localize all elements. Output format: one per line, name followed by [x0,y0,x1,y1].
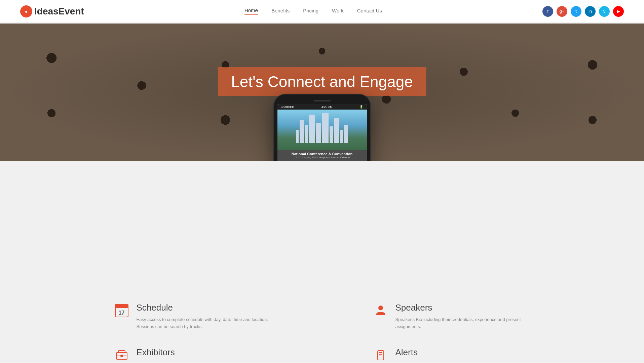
phone-mockup: CARRIER 4:20 AM 🔋 [273,94,371,161]
social-icons-bar: f g+ t in v ▶ [542,6,624,17]
facebook-icon[interactable]: f [542,6,553,17]
features-left: Schedule Easy access to complete schedul… [114,302,272,363]
nav-pricing[interactable]: Pricing [303,8,318,15]
feature-speakers: Speakers Speaker's Bio including their c… [373,302,531,330]
hero-title: Let's Connect and Engage [231,73,413,91]
nav-benefits[interactable]: Benefits [271,8,290,15]
phone-speaker [314,100,331,102]
feature-schedule: Schedule Easy access to complete schedul… [114,302,272,330]
speakers-content: Speakers Speaker's Bio including their c… [395,302,531,330]
vimeo-icon[interactable]: v [599,6,610,17]
logo-icon: ● [20,5,32,17]
svg-rect-2 [116,355,127,356]
nav-work[interactable]: Work [332,8,344,15]
speakers-desc: Speaker's Bio including their credential… [395,316,531,330]
phone-carrier: CARRIER [281,105,295,109]
phone-battery: 🔋 [359,105,363,109]
phone-mockup-container: CARRIER 4:20 AM 🔋 [273,94,371,161]
features-grid: Schedule Easy access to complete schedul… [87,302,558,363]
phone-time: 4:20 AM [321,105,333,109]
alerts-desc: Event Planners & Managers can send live … [395,361,531,363]
header: ● IdeasEvent Home Benefits Pricing Work … [0,0,644,24]
phone-event-name: National Conference & Convention [281,152,364,156]
main-nav: Home Benefits Pricing Work Contact Us [244,7,382,15]
exhibitors-content: Exhibitors Complete list of exhibitors w… [137,347,272,363]
schedule-icon [114,302,130,319]
feature-alerts: Alerts Event Planners & Managers can sen… [373,347,531,363]
phone-event-date: 12-16 August, 2015, Gayloard Resort, Orl… [281,156,364,159]
schedule-title: Schedule [137,302,272,313]
phone-event-image [277,110,367,150]
phone-status-bar: CARRIER 4:20 AM 🔋 [277,104,367,110]
center-spacer [272,302,373,363]
feature-exhibitors: Exhibitors Complete list of exhibitors w… [114,347,272,363]
exhibitors-desc: Complete list of exhibitors with their b… [137,361,272,363]
schedule-content: Schedule Easy access to complete schedul… [137,302,272,330]
linkedin-icon[interactable]: in [585,6,596,17]
hero-section: Let's Connect and Engage CARRIER 4:20 AM… [0,24,644,161]
alerts-content: Alerts Event Planners & Managers can sen… [395,347,531,363]
features-right: Speakers Speaker's Bio including their c… [373,302,531,363]
speakers-title: Speakers [395,302,531,313]
phone-event-info: National Conference & Convention 12-16 A… [277,150,367,161]
svg-point-7 [378,306,383,310]
nav-contact[interactable]: Contact Us [357,8,382,15]
svg-rect-8 [378,351,384,360]
schedule-desc: Easy access to complete schedule with da… [137,316,272,330]
logo[interactable]: ● IdeasEvent [20,5,84,17]
calendar-icon [115,304,128,317]
youtube-icon[interactable]: ▶ [613,6,624,17]
alerts-title: Alerts [395,347,531,358]
phone-screen: CARRIER 4:20 AM 🔋 [277,104,367,161]
phone-countdown-label: Event will start in [277,161,367,161]
googleplus-icon[interactable]: g+ [557,6,567,17]
features-section: Schedule Easy access to complete schedul… [0,161,644,363]
twitter-icon[interactable]: t [571,6,581,17]
exhibitors-icon [114,347,130,363]
alerts-icon [373,347,389,363]
logo-text: IdeasEvent [34,6,84,17]
nav-home[interactable]: Home [244,7,258,15]
speakers-icon [373,302,389,319]
hero-title-wrapper: Let's Connect and Engage [218,67,426,96]
exhibitors-title: Exhibitors [137,347,272,358]
phone-skyline [277,113,367,143]
